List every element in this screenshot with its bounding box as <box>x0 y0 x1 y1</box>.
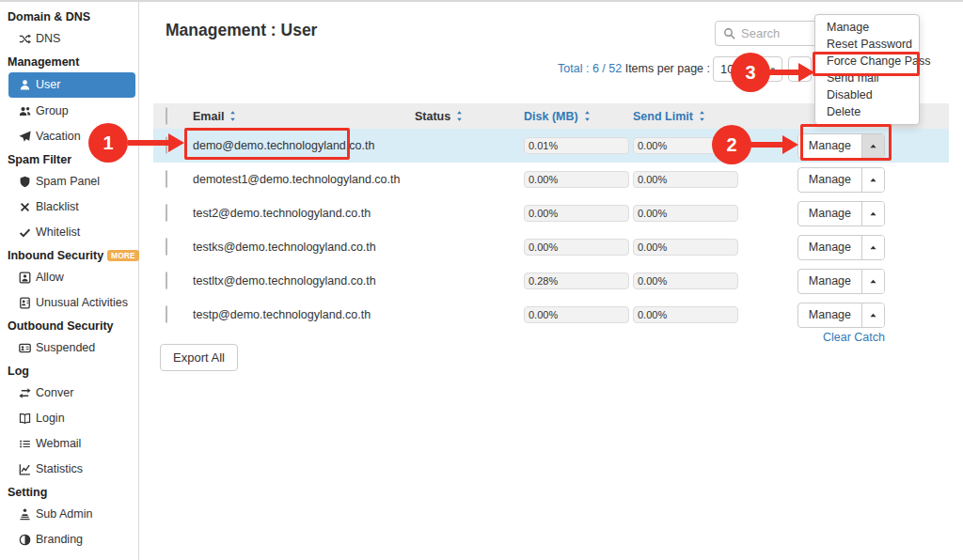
column-header-send-limit[interactable]: Send Limit <box>633 110 767 123</box>
sort-icon <box>581 111 593 121</box>
table-row: testltx@demo.technologyland.co.th0.28%0.… <box>153 264 949 298</box>
sidebar-item-label: Sub Admin <box>36 507 92 521</box>
sidebar-section-label: Setting <box>8 486 47 499</box>
manage-button-label: Manage <box>798 236 861 259</box>
id-book-icon <box>19 297 31 309</box>
sidebar-section-label: Inbound Security <box>8 249 103 262</box>
send-limit-value: 0.00% <box>633 239 738 256</box>
disk-usage-value: 0.01% <box>524 137 629 154</box>
manage-caret-button[interactable] <box>861 236 884 259</box>
menu-item-manage[interactable]: Manage <box>815 19 919 36</box>
manage-button-label: Manage <box>798 168 861 192</box>
send-limit-value: 0.00% <box>633 306 738 323</box>
column-header-label: Status <box>415 110 450 123</box>
menu-item-delete[interactable]: Delete <box>815 103 919 120</box>
sidebar: Domain & DNSDNSManagementUserGroupVacati… <box>0 2 139 560</box>
sidebar-item-label: User <box>36 78 60 91</box>
annotation-box-force-change-pass <box>813 52 920 76</box>
manage-button-label: Manage <box>798 303 861 327</box>
plane-icon <box>19 131 31 143</box>
row-checkbox[interactable] <box>166 305 167 323</box>
row-checkbox[interactable] <box>166 170 167 188</box>
export-all-button[interactable]: Export All <box>160 344 238 371</box>
manage-button[interactable]: Manage <box>797 303 885 328</box>
sidebar-item-label: Blacklist <box>36 200 79 213</box>
annotation-arrow-1 <box>128 140 170 146</box>
caret-up-icon <box>867 176 879 184</box>
sidebar-item-label: Statistics <box>36 462 83 475</box>
disk-usage-value: 0.28% <box>524 272 629 289</box>
sidebar-item-login[interactable]: Login <box>0 406 138 431</box>
sidebar-item-webmail[interactable]: Webmail <box>0 431 138 457</box>
sidebar-item-force-change-pass[interactable]: Force Change Pass <box>0 552 138 560</box>
sidebar-item-label: Spam Panel <box>36 175 100 188</box>
sidebar-item-label: Vacation <box>36 130 81 143</box>
annotation-step-3: 3 <box>731 53 770 92</box>
manage-caret-button[interactable] <box>861 270 884 293</box>
sidebar-item-label: Unusual Activities <box>36 296 128 309</box>
disk-usage-value: 0.00% <box>524 306 629 323</box>
sidebar-item-suspended[interactable]: Suspended <box>0 335 138 361</box>
column-header-email[interactable]: Email <box>193 110 415 123</box>
sidebar-item-conver[interactable]: Conver <box>0 381 138 406</box>
manage-caret-button[interactable] <box>861 202 884 226</box>
table-row: demotest1@demo.technologyland.co.th0.00%… <box>153 163 949 196</box>
table-row: testp@demo.technologyland.co.th0.00%0.00… <box>153 298 949 332</box>
select-all-checkbox[interactable] <box>166 107 167 125</box>
sidebar-item-sub-admin[interactable]: Sub Admin <box>0 502 138 527</box>
sidebar-item-dns[interactable]: DNS <box>0 26 138 52</box>
disk-usage-value: 0.00% <box>524 171 629 188</box>
shuffle-icon <box>19 33 31 45</box>
manage-caret-button[interactable] <box>861 303 884 327</box>
manage-button-label: Manage <box>798 270 861 293</box>
sidebar-item-label: Group <box>36 104 69 117</box>
sidebar-item-branding[interactable]: Branding <box>0 527 138 552</box>
sidebar-item-spam-panel[interactable]: Spam Panel <box>0 169 138 194</box>
email-cell: testp@demo.technologyland.co.th <box>193 308 415 321</box>
x-icon <box>19 201 31 213</box>
sidebar-item-whitelist[interactable]: Whitelist <box>0 220 138 245</box>
sidebar-item-statistics[interactable]: Statistics <box>0 457 138 482</box>
manage-button[interactable]: Manage <box>797 201 885 226</box>
sidebar-item-label: Webmail <box>36 437 81 450</box>
row-checkbox[interactable] <box>166 272 167 289</box>
email-cell: testltx@demo.technologyland.co.th <box>193 274 415 288</box>
annotation-step-2: 2 <box>712 125 751 164</box>
manage-button[interactable]: Manage <box>797 167 885 193</box>
search-icon <box>723 27 735 39</box>
menu-item-reset-password[interactable]: Reset Password <box>815 36 919 53</box>
sidebar-item-group[interactable]: Group <box>0 99 138 124</box>
sidebar-item-unusual-activities[interactable]: Unusual Activities <box>0 290 138 316</box>
send-limit-value: 0.00% <box>633 171 738 188</box>
manage-button[interactable]: Manage <box>797 269 885 294</box>
sort-icon <box>696 111 708 121</box>
sidebar-section-inbound-security: Inbound SecurityMORE <box>0 245 138 265</box>
sidebar-section-label: Management <box>8 55 79 69</box>
clear-catch-link[interactable]: Clear Catch <box>823 331 885 344</box>
sidebar-section-label: Domain & DNS <box>8 10 90 23</box>
column-header-status[interactable]: Status <box>415 110 524 123</box>
sidebar-item-label: Branding <box>36 533 83 546</box>
list-icon <box>19 438 31 450</box>
sidebar-item-user[interactable]: User <box>8 72 135 98</box>
sidebar-section-outbound-security: Outbound Security <box>0 316 138 335</box>
sort-icon <box>453 111 466 121</box>
column-header-disk-mb[interactable]: Disk (MB) <box>524 110 633 123</box>
sidebar-item-allow[interactable]: Allow <box>0 265 138 290</box>
users-icon <box>19 105 31 117</box>
table-row: testks@demo.technologyland.co.th0.00%0.0… <box>153 230 949 264</box>
shield-icon <box>19 176 31 188</box>
manage-caret-button[interactable] <box>861 168 884 192</box>
arrows-lr-icon <box>19 387 31 399</box>
sidebar-item-label: Conver <box>36 386 73 399</box>
annotation-arrowhead-2 <box>782 135 798 154</box>
caret-up-icon <box>867 277 879 286</box>
caret-up-icon <box>867 311 879 319</box>
row-checkbox[interactable] <box>166 238 167 256</box>
annotation-arrowhead-1 <box>168 133 184 152</box>
manage-button[interactable]: Manage <box>797 235 885 260</box>
row-checkbox[interactable] <box>166 204 167 222</box>
menu-item-disabled[interactable]: Disabled <box>815 86 919 103</box>
sidebar-section-label: Log <box>8 365 29 378</box>
sidebar-item-blacklist[interactable]: Blacklist <box>0 194 138 220</box>
